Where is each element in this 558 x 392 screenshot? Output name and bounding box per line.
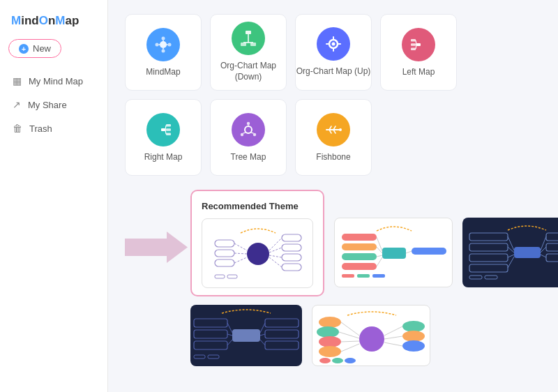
svg-line-91 xyxy=(541,236,546,250)
new-button[interactable]: + New xyxy=(8,39,61,58)
fishbone-icon xyxy=(317,113,350,146)
plus-icon: + xyxy=(19,44,29,54)
sidebar-item-myshare[interactable]: ↗ My Share xyxy=(0,93,107,116)
map-type-grid: MindMap Org-Chart Map (Down) xyxy=(125,14,541,176)
svg-rect-65 xyxy=(382,248,406,259)
map-card-orgdown[interactable]: Org-Chart Map (Down) xyxy=(210,14,287,91)
orgdown-label: Org-Chart Map (Down) xyxy=(211,61,286,82)
svg-line-123 xyxy=(384,326,402,336)
map-card-treemap[interactable]: Tree Map xyxy=(210,99,287,176)
theme-card-dark2[interactable] xyxy=(190,305,302,366)
svg-point-115 xyxy=(319,346,341,357)
svg-line-107 xyxy=(260,334,265,336)
svg-line-33 xyxy=(165,130,166,134)
svg-marker-47 xyxy=(125,232,188,263)
theme-card-dark[interactable] xyxy=(462,218,558,287)
svg-rect-82 xyxy=(469,254,508,262)
mindmap-label: MindMap xyxy=(146,67,180,77)
svg-point-1 xyxy=(162,37,165,40)
svg-line-61 xyxy=(269,255,282,257)
svg-rect-88 xyxy=(546,233,558,241)
svg-line-124 xyxy=(384,336,402,339)
map-card-rightmap[interactable]: Right Map xyxy=(125,99,202,176)
treemap-icon xyxy=(232,113,265,146)
map-card-orgup[interactable]: Org-Chart Map (Up) xyxy=(295,14,372,91)
svg-rect-69 xyxy=(342,263,377,270)
new-label: New xyxy=(33,43,51,54)
svg-rect-63 xyxy=(215,275,225,278)
map-card-mindmap[interactable]: MindMap xyxy=(125,14,202,91)
svg-point-121 xyxy=(402,331,425,342)
svg-line-26 xyxy=(416,45,416,49)
svg-line-102 xyxy=(227,340,232,345)
trash-icon: 🗑 xyxy=(13,123,22,134)
svg-rect-27 xyxy=(161,128,165,131)
svg-rect-30 xyxy=(166,133,171,136)
sidebar-item-trash[interactable]: 🗑 Trash xyxy=(0,116,107,140)
leftmap-icon xyxy=(402,28,435,61)
theme-card-colorful[interactable] xyxy=(334,218,453,287)
leftmap-label: Left Map xyxy=(402,67,435,77)
svg-rect-64 xyxy=(227,275,237,278)
svg-rect-95 xyxy=(485,276,497,279)
share-icon: ↗ xyxy=(13,99,21,110)
svg-rect-29 xyxy=(166,128,171,131)
svg-rect-56 xyxy=(282,244,301,251)
sidebar: MindOnMap + New ▦ My Mind Map ↗ My Share… xyxy=(0,0,108,392)
svg-rect-22 xyxy=(411,43,416,46)
themes-row-2 xyxy=(190,305,541,366)
svg-rect-74 xyxy=(412,248,446,255)
rightmap-icon xyxy=(146,113,180,146)
svg-line-125 xyxy=(384,342,402,346)
svg-line-84 xyxy=(508,236,514,250)
fishbone-label: Fishbone xyxy=(316,152,350,162)
svg-rect-80 xyxy=(469,233,508,241)
svg-point-122 xyxy=(402,340,425,352)
sidebar-item-label-myshare: My Share xyxy=(28,100,67,110)
mindmap-icon xyxy=(146,28,180,61)
svg-point-126 xyxy=(319,358,331,363)
svg-line-75 xyxy=(406,251,412,253)
svg-rect-105 xyxy=(265,341,299,349)
svg-line-72 xyxy=(377,255,382,257)
svg-rect-77 xyxy=(357,274,370,278)
sidebar-item-label-trash: Trash xyxy=(29,123,52,134)
svg-line-119 xyxy=(341,344,359,352)
svg-rect-90 xyxy=(546,254,558,262)
svg-point-4 xyxy=(168,43,172,47)
theme-card-colorful2[interactable] xyxy=(312,305,430,366)
svg-line-54 xyxy=(234,257,247,263)
svg-rect-81 xyxy=(469,243,508,251)
svg-point-112 xyxy=(319,317,341,328)
svg-point-120 xyxy=(402,321,425,332)
svg-rect-99 xyxy=(194,341,227,349)
orgup-label: Org-Chart Map (Up) xyxy=(296,66,371,77)
svg-point-128 xyxy=(345,358,356,363)
rightmap-label: Right Map xyxy=(144,152,183,162)
svg-rect-21 xyxy=(411,39,416,42)
svg-rect-50 xyxy=(215,250,234,257)
svg-point-15 xyxy=(332,43,335,46)
svg-rect-66 xyxy=(342,234,377,241)
orgup-icon xyxy=(317,27,350,61)
svg-point-114 xyxy=(319,336,341,347)
svg-rect-78 xyxy=(372,274,385,278)
sidebar-item-mymindmap[interactable]: ▦ My Mind Map xyxy=(0,69,107,93)
treemap-label: Tree Map xyxy=(231,152,266,162)
svg-rect-94 xyxy=(469,276,482,279)
svg-line-52 xyxy=(234,243,247,250)
svg-rect-103 xyxy=(265,319,299,327)
mindmap-icon: ▦ xyxy=(13,75,22,86)
map-card-fishbone[interactable]: Fishbone xyxy=(295,99,372,176)
pink-arrow-icon xyxy=(125,228,188,266)
map-card-leftmap[interactable]: Left Map xyxy=(380,14,457,91)
theme-card-white[interactable] xyxy=(202,218,313,288)
svg-line-31 xyxy=(165,126,166,130)
svg-rect-67 xyxy=(342,243,377,250)
svg-rect-20 xyxy=(416,43,421,46)
svg-point-37 xyxy=(253,133,256,136)
svg-line-70 xyxy=(377,237,382,251)
recommended-section: Recommended Theme xyxy=(125,190,541,296)
recommended-title: Recommended Theme xyxy=(202,201,313,211)
svg-rect-97 xyxy=(194,319,227,327)
